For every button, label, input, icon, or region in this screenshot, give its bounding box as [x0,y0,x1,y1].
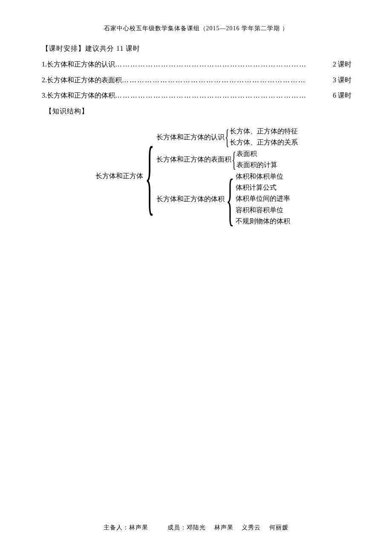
leaf-item: 体积单位间的进率 [236,193,290,204]
branch-label: 长方体和正方体的认识 [156,132,225,143]
toc-dots: ………………………………………………………………… [115,88,333,104]
diagram-root-label: 长方体和正方体 [95,172,143,181]
leaf-item: 体积计算公式 [236,182,290,193]
leaf-item: 容积和容积单位 [236,205,290,216]
leaf-item: 长方体、正方体的关系 [230,137,298,148]
toc-item-1: 1.长方体和正方体的认识 ………………………………………………………………… 2… [42,57,352,72]
leaf-item: 体积和体积单位 [236,171,290,182]
content-area: 【课时安排】建议共分 11 课时 1.长方体和正方体的认识 …………………………… [0,32,392,227]
brace-icon: { [226,170,234,228]
toc-dots: ………………………………………………………………… [115,57,333,72]
page-footer: 主备人：林声果 成员：邓陆光 林声果 义秀云 何丽媛 [0,524,392,532]
leaf-item: 长方体、正方体的特征 [230,126,298,137]
structure-diagram: 长方体和正方体 { 长方体和正方体的认识 { 长方体、正方体的特征 长方体、正方… [42,126,352,227]
toc-item-2: 2.长方体和正方体的表面积 ……………………………………………………………… 3… [42,72,352,88]
toc-hours: 3 课时 [333,72,352,88]
knowledge-structure-title: 【知识结构】 [45,104,352,119]
toc-label: 2.长方体和正方体的表面积 [42,72,122,88]
brace-icon: { [225,126,229,147]
toc-dots: ……………………………………………………………… [122,72,333,88]
toc-hours: 2 课时 [333,57,352,72]
toc-item-3: 3.长方体和正方体的体积 ………………………………………………………………… 6… [42,88,352,104]
page-header: 石家中心校五年级数学集体备课组（2015—2016 学年第二学期 ） [0,0,392,32]
toc-label: 1.长方体和正方体的认识 [42,57,115,72]
brace-icon: { [145,141,155,211]
toc-label: 3.长方体和正方体的体积 [42,88,115,104]
branch-recognition: 长方体和正方体的认识 { 长方体、正方体的特征 长方体、正方体的关系 [156,126,298,148]
branch-label: 长方体和正方体的表面积 [156,154,231,165]
leaf-item: 不规则物体的体积 [236,216,290,227]
leaf-item: 表面积的计算 [236,159,277,171]
time-arrangement-title: 【课时安排】建议共分 11 课时 [42,41,352,57]
leaf-item: 表面积 [236,148,277,159]
branch-volume: 长方体和正方体的体积 { 体积和体积单位 体积计算公式 体积单位间的进率 容积和… [156,171,298,227]
branch-label: 长方体和正方体的体积 [156,194,225,205]
toc-hours: 6 课时 [333,88,352,104]
